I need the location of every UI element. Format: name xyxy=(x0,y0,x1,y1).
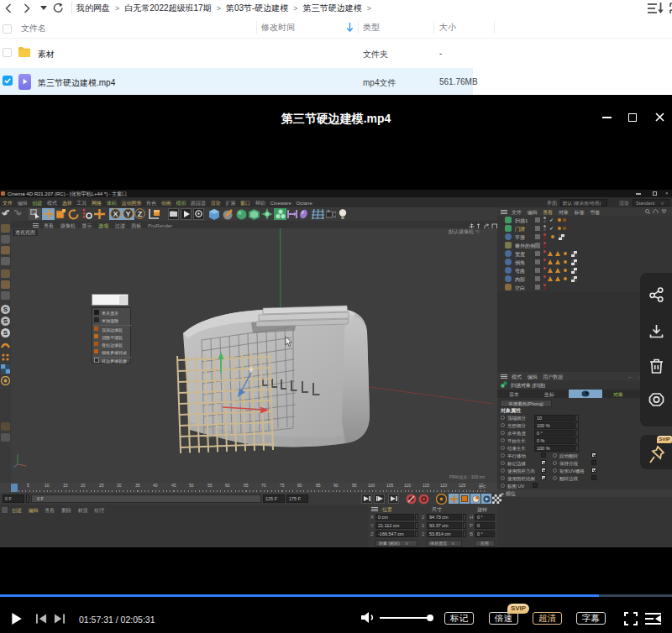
svg-text:Z: Z xyxy=(138,210,143,218)
svg-text:Y: Y xyxy=(125,210,130,218)
svg-text:X: X xyxy=(113,210,118,218)
